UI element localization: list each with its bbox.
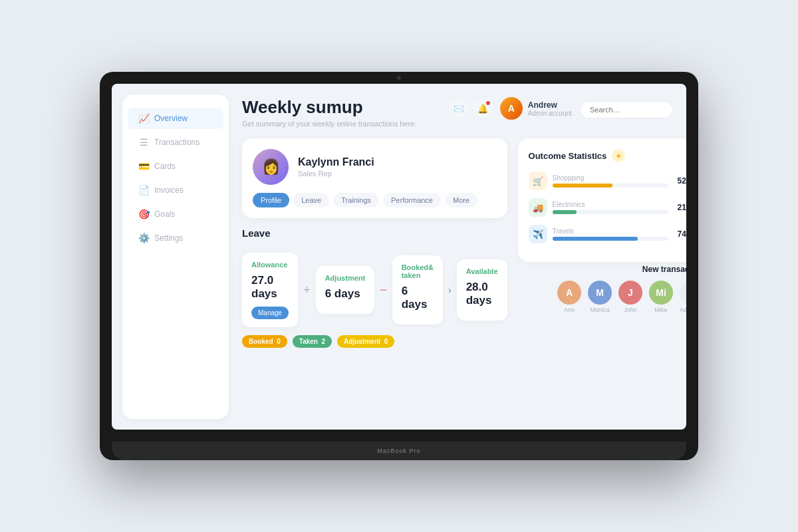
ta-item-john: J John <box>618 281 642 313</box>
settings-icon: ⚙️ <box>138 233 149 243</box>
electronics-bar-area: Electronics <box>553 201 668 214</box>
ta-item-mike: Mi Mike <box>649 281 673 313</box>
ta-name-add-new: Add New <box>680 307 686 313</box>
leave-card-adjustment: Adjustment 6 days <box>316 266 375 314</box>
travels-bar-fill <box>553 237 638 241</box>
available-value: 28.0 days <box>466 281 498 307</box>
stats-card: Outcome Statistics + 🛒 Shoppping <box>518 138 686 262</box>
invoices-icon: 📄 <box>138 185 149 196</box>
available-label: Available <box>466 267 498 275</box>
new-transaction-title: New transaction <box>518 265 686 274</box>
ta-item-add-new: + Add New <box>680 281 686 313</box>
allowance-value: 27.0 days <box>251 274 289 301</box>
tab-performance[interactable]: Performance <box>383 193 441 207</box>
stats-title: Outcome Statistics <box>529 151 607 161</box>
leave-section: Leave Allowance 27.0 days Manage + <box>242 227 507 348</box>
transactions-icon: ☰ <box>138 137 149 148</box>
sidebar-label-invoices: Invoices <box>154 186 184 195</box>
right-column: Outcome Statistics + 🛒 Shoppping <box>518 138 686 348</box>
electronics-pct: 21% <box>674 203 686 212</box>
profile-avatar: 👩 <box>253 149 289 185</box>
user-info: A Andrew Admin account <box>500 97 572 120</box>
operator-arrow: › <box>447 285 453 295</box>
allowance-label: Allowance <box>251 261 289 269</box>
electronics-label: Electronics <box>553 201 668 208</box>
manage-button[interactable]: Manage <box>251 307 289 319</box>
stat-row-electronics: 🚚 Electronics 21% <box>529 198 686 217</box>
ta-avatar-monica[interactable]: M <box>588 281 612 305</box>
adjustment-label: Adjustment <box>325 274 366 282</box>
tag-booked[interactable]: Booked 0 <box>242 335 287 348</box>
ta-avatar-mike[interactable]: Mi <box>649 281 673 305</box>
shopping-bar-fill <box>553 184 612 188</box>
profile-name: Kaylynn Franci <box>298 156 374 168</box>
booked-taken-label: Booked& taken <box>402 263 434 279</box>
header: Weekly sumup Get summary of your weekly … <box>242 97 673 128</box>
ta-name-mike: Mike <box>654 307 667 313</box>
adjustment-value: 6 days <box>325 287 366 301</box>
ta-name-ann: Ann <box>564 307 575 313</box>
travels-pct: 74% <box>674 229 686 239</box>
leave-header: Leave <box>242 227 507 239</box>
app-container: 📈 Overview ☰ Transactions 💳 Cards 📄 Invo… <box>112 84 686 430</box>
electronics-bar-bg <box>553 210 668 214</box>
ta-avatar-ann[interactable]: A <box>557 281 581 305</box>
leave-tags: Booked 0 Taken 2 Adjustment 0 <box>242 335 507 348</box>
ta-name-john: John <box>624 307 637 313</box>
operator-plus: + <box>302 283 312 297</box>
ta-avatar-add-new[interactable]: + <box>680 281 686 305</box>
sidebar-item-transactions[interactable]: ☰ Transactions <box>128 132 223 153</box>
sidebar-item-settings[interactable]: ⚙️ Settings <box>128 227 223 249</box>
sidebar-item-goals[interactable]: 🎯 Goals <box>128 203 223 225</box>
sidebar-item-invoices[interactable]: 📄 Invoices <box>128 180 223 201</box>
user-role: Admin account <box>528 110 572 117</box>
shopping-pct: 52% <box>674 176 686 186</box>
stats-add-button[interactable]: + <box>612 149 625 162</box>
tag-taken[interactable]: Taken 2 <box>293 335 332 348</box>
overview-icon: 📈 <box>138 113 149 124</box>
tab-leave[interactable]: Leave <box>293 193 329 207</box>
stat-row-shopping: 🛒 Shoppping 52% <box>529 172 686 190</box>
ta-item-ann: A Ann <box>557 281 581 313</box>
sidebar-item-cards[interactable]: 💳 Cards <box>128 156 223 177</box>
tab-profile[interactable]: Profile <box>253 193 289 207</box>
macbook-bottom: MacBook Pro <box>112 442 686 460</box>
new-transaction: New transaction A Ann M Monica <box>518 262 686 313</box>
sidebar-label-overview: Overview <box>154 114 188 123</box>
leave-card-available: Available 28.0 days <box>457 259 507 321</box>
macbook-notch <box>372 430 426 442</box>
tag-adjustment[interactable]: Adjustment 0 <box>337 335 394 348</box>
profile-info: Kaylynn Franci Sales Rep <box>298 156 374 178</box>
user-avatar: A <box>500 97 523 120</box>
travels-bar-area: Travels <box>553 227 668 241</box>
search-input[interactable] <box>580 101 673 118</box>
leave-card-allowance: Allowance 27.0 days Manage <box>242 253 298 327</box>
tab-trainings[interactable]: Trainings <box>333 193 379 207</box>
ta-avatar-john[interactable]: J <box>618 281 642 305</box>
sidebar-label-settings: Settings <box>154 233 183 243</box>
leave-card-booked-taken: Booked& taken 6 days <box>392 255 443 325</box>
travels-bar-bg <box>553 237 668 241</box>
cards-icon: 💳 <box>138 161 149 172</box>
electronics-icon: 🚚 <box>529 198 547 217</box>
leave-divider <box>242 245 507 246</box>
tab-more[interactable]: More <box>445 193 477 207</box>
page-title: Weekly sumup <box>242 97 416 118</box>
mail-button[interactable]: ✉️ <box>450 99 468 118</box>
profile-card: 👩 Kaylynn Franci Sales Rep Profile Leave… <box>242 138 507 218</box>
header-right: ✉️ 🔔 A Andrew <box>450 97 673 120</box>
macbook-shell: 📈 Overview ☰ Transactions 💳 Cards 📄 Invo… <box>100 72 698 460</box>
sidebar-label-transactions: Transactions <box>154 138 200 147</box>
header-text: Weekly sumup Get summary of your weekly … <box>242 97 416 128</box>
shopping-label: Shoppping <box>553 174 668 182</box>
stats-header: Outcome Statistics + <box>529 149 686 162</box>
booked-taken-value: 6 days <box>402 285 434 311</box>
sidebar-label-goals: Goals <box>154 209 175 219</box>
user-name: Andrew <box>528 100 572 110</box>
user-text: Andrew Admin account <box>528 100 572 117</box>
content-grid: 👩 Kaylynn Franci Sales Rep Profile Leave… <box>242 138 673 348</box>
sidebar-item-overview[interactable]: 📈 Overview <box>128 108 223 129</box>
travels-icon: ✈️ <box>529 225 547 243</box>
notification-button[interactable]: 🔔 <box>473 99 492 118</box>
travels-label: Travels <box>553 227 668 235</box>
